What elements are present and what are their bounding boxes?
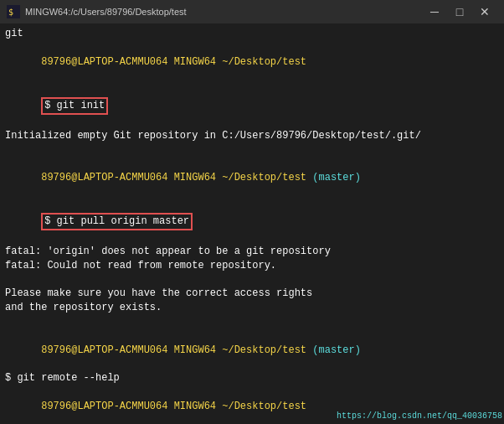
terminal-line: fatal: Could not read from remote reposi… (5, 259, 499, 273)
command-git-init: $ git init (41, 97, 108, 115)
terminal-prompt: 89796@LAPTOP-ACMMU064 MINGW64 ~/Desktop/… (5, 41, 499, 83)
terminal-line: and the repository exists. (5, 301, 499, 315)
maximize-button[interactable]: □ (447, 0, 472, 23)
watermark: https://blog.csdn.net/qq_40036758 (337, 411, 502, 422)
terminal-line: $ git init (5, 83, 499, 128)
terminal-blank (5, 273, 499, 287)
minimize-button[interactable]: ─ (422, 0, 447, 23)
close-button[interactable]: ✕ (472, 0, 497, 23)
terminal-line: fatal: 'origin' does not appear to be a … (5, 245, 499, 259)
terminal-blank (5, 315, 499, 329)
title-bar: $ MINGW64:/c/Users/89796/Desktop/test ─ … (0, 0, 504, 23)
terminal-body[interactable]: git 89796@LAPTOP-ACMMU064 MINGW64 ~/Desk… (0, 23, 504, 424)
terminal-line: Please make sure you have the correct ac… (5, 287, 499, 301)
terminal-prompt: 89796@LAPTOP-ACMMU064 MINGW64 ~/Desktop/… (5, 329, 499, 371)
terminal-window: $ MINGW64:/c/Users/89796/Desktop/test ─ … (0, 0, 504, 424)
window-title: MINGW64:/c/Users/89796/Desktop/test (25, 7, 417, 17)
terminal-line: $ git remote --help (5, 371, 499, 385)
terminal-line: $ git pull origin master (5, 199, 499, 245)
terminal-prompt: 89796@LAPTOP-ACMMU064 MINGW64 ~/Desktop/… (5, 157, 499, 199)
svg-text:$: $ (8, 8, 13, 17)
terminal-icon: $ (7, 5, 20, 18)
terminal-blank (5, 142, 499, 157)
terminal-line: git (5, 27, 499, 41)
command-git-pull-1: $ git pull origin master (41, 213, 193, 230)
terminal-line: Initialized empty Git repository in C:/U… (5, 129, 499, 143)
window-controls: ─ □ ✕ (422, 0, 497, 23)
